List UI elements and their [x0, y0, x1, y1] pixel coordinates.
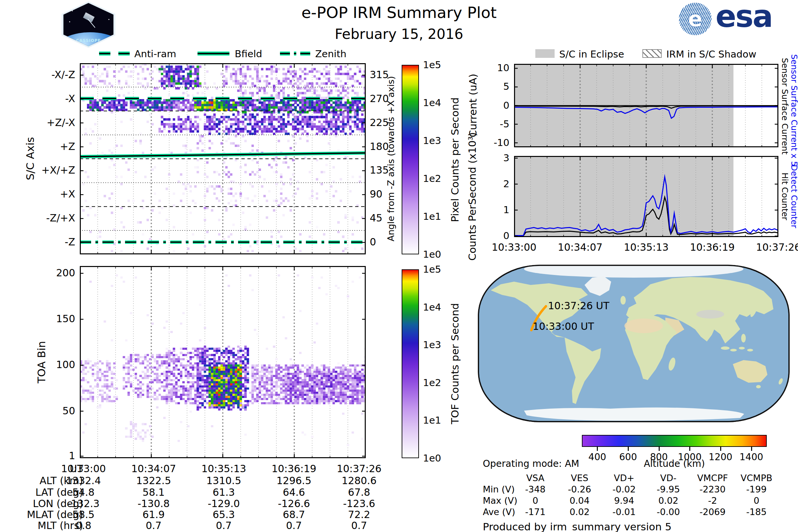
eclipse-legend-label: S/C in Eclipse — [559, 49, 624, 60]
summary-plot-page: CASSIOPE e-POP IRM Summary Plot February… — [0, 0, 798, 532]
ephemeris-cell: 58.1 — [117, 487, 190, 498]
right-time-tick: 10:36:19 — [682, 241, 743, 253]
tof-colorbar-tick: 1e1 — [423, 415, 441, 426]
current-ytick: 5 — [477, 81, 509, 92]
star-dot — [102, 8, 103, 9]
counts-ytick: 2 — [477, 178, 509, 190]
altitude-tick-mark — [720, 447, 721, 451]
altitude-tick-mark — [689, 447, 690, 451]
counts-ylabel-line2: Second (x10³) — [466, 132, 478, 205]
counts-ytick: 1 — [477, 204, 509, 215]
anti-ram-legend-label: Anti-ram — [134, 48, 176, 59]
altitude-tick-mark — [659, 447, 660, 451]
pixel-colorbar-tick: 1e2 — [423, 173, 441, 184]
counts-ytick: 0 — [477, 230, 509, 241]
voltage-col-header: VES — [556, 473, 603, 483]
ephemeris-cell: 0.7 — [258, 520, 330, 531]
voltage-cell: -2 — [689, 495, 736, 506]
ephemeris-cell: 10:36:19 — [258, 463, 330, 474]
pixel-colorbar-tick: 1e3 — [423, 135, 441, 146]
right-time-tick: 10:37:26 — [748, 241, 798, 253]
toa-tick-label: 100 — [9, 359, 75, 370]
current-right-label-blue: Sensor Surface Current x 5 — [790, 64, 798, 157]
page-subtitle: February 15, 2016 — [233, 26, 565, 42]
current-ytick: -10 — [477, 137, 509, 148]
voltage-col-header: VD- — [645, 473, 691, 483]
anti-ram-legend-line-icon — [98, 50, 130, 57]
altitude-tick-label: 1200 — [704, 452, 737, 462]
altitude-tick-mark — [597, 447, 598, 451]
altitude-tick-label: 600 — [611, 452, 645, 462]
ephemeris-cell: 65.3 — [187, 509, 260, 520]
track-end-time-label: 10:37:26 UT — [548, 300, 609, 311]
ephemeris-cell: -129.0 — [187, 498, 260, 509]
angle-tick-label: 90 — [370, 188, 382, 200]
angle-tick-label: 180 — [370, 141, 389, 152]
esa-logo: e esa — [679, 3, 795, 36]
angle-tick-label: 225 — [370, 117, 389, 128]
counts-ylabel: Counts Per Second (x10³) — [459, 156, 486, 237]
ephemeris-cell: 61.9 — [117, 509, 190, 520]
ephemeris-cell: 64.6 — [258, 487, 330, 498]
voltage-cell: 0.02 — [556, 507, 603, 517]
toa-tick-label: 150 — [9, 313, 75, 324]
cassiope-label: CASSIOPE — [62, 38, 115, 43]
voltage-cell: 0 — [512, 495, 558, 506]
angle-tick-label: 45 — [370, 212, 382, 224]
voltage-cell: -9.95 — [645, 484, 691, 494]
angle-tick-label: 270 — [370, 93, 389, 104]
produced-by-label: Produced by irm_summary version 5 — [483, 521, 672, 532]
sensor-current-chart — [514, 64, 778, 147]
ephemeris-cell: 67.8 — [323, 487, 396, 498]
voltage-col-header: VSA — [512, 473, 558, 483]
ephemeris-cell: -132.3 — [47, 498, 120, 509]
pixel-colorbar — [402, 65, 419, 254]
angle-tick-label: 315 — [370, 69, 389, 80]
tof-colorbar-tick: 1e5 — [423, 264, 441, 275]
ephemeris-cell: 1296.5 — [258, 475, 330, 487]
pixel-colorbar-tick: 1e4 — [423, 97, 441, 108]
right-time-tick: 10:34:07 — [550, 241, 611, 253]
world-map — [477, 264, 790, 423]
tof-colorbar-tick: 1e3 — [423, 339, 441, 350]
ephemeris-cell: 0.7 — [323, 520, 396, 531]
toa-tick-label: 1 — [9, 450, 75, 461]
ephemeris-cell: 1310.5 — [187, 475, 260, 487]
tof-colorbar — [402, 269, 419, 458]
axes-row-label: +Z — [9, 141, 75, 152]
altitude-tick-mark — [628, 447, 629, 451]
axes-row-label: +X/+Z — [9, 164, 75, 176]
esa-e-glyph: e — [688, 7, 702, 31]
ephemeris-cell: 1332.4 — [47, 475, 120, 487]
voltage-row-label: Min (V) — [483, 484, 515, 494]
voltage-cell: -199 — [733, 484, 780, 494]
toa-tick-label: 200 — [9, 267, 75, 279]
ephemeris-cell: 10:37:26 — [323, 463, 396, 474]
axes-row-label: -X/-Z — [9, 69, 75, 80]
ephemeris-cell: 54.8 — [47, 487, 120, 498]
ephemeris-cell: 10:35:13 — [187, 463, 260, 474]
voltage-cell: 0.02 — [645, 495, 691, 506]
voltage-cell: -0.02 — [601, 484, 647, 494]
ephemeris-cell: 10:33:00 — [47, 463, 120, 474]
track-start-time-label: 10:33:00 UT — [533, 321, 594, 332]
shadow-hatch-legend-swatch-icon — [642, 49, 662, 58]
zenith-legend-line-icon — [279, 50, 311, 57]
bfield-legend-label: Bfield — [235, 48, 262, 59]
ephemeris-cell: 1280.6 — [323, 475, 396, 487]
altitude-tick-label: 800 — [642, 452, 676, 462]
zenith-legend-label: Zenith — [315, 48, 346, 59]
axes-row-label: -Z — [9, 236, 75, 248]
voltage-cell: -0.01 — [601, 507, 647, 517]
ephemeris-cell: -130.8 — [117, 498, 190, 509]
current-ytick: -5 — [477, 118, 509, 130]
voltage-col-header: VMCPF — [689, 473, 736, 483]
voltage-cell: -0.26 — [556, 484, 603, 494]
current-ytick: 0 — [477, 100, 509, 111]
counts-right-label-black: Hit Counter — [780, 156, 790, 237]
operating-mode-label: Operating mode: AM — [483, 458, 579, 469]
voltage-cell: -0.00 — [645, 507, 691, 517]
pixel-colorbar-tick: 1e1 — [423, 211, 441, 222]
pixel-colorbar-tick: 1e0 — [423, 249, 441, 260]
voltage-cell: 0.04 — [556, 495, 603, 506]
